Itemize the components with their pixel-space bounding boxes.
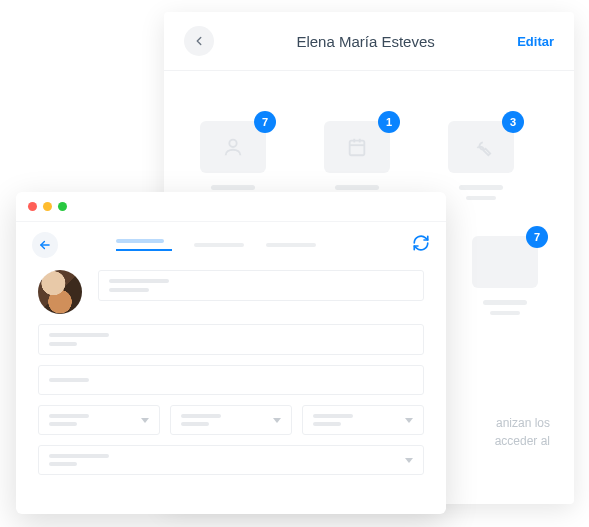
text-input[interactable] [38, 324, 424, 355]
calendar-icon [346, 136, 368, 158]
placeholder-line [459, 185, 503, 190]
hint-line: acceder al [495, 434, 550, 448]
placeholder-line [49, 414, 89, 418]
placeholder-line [211, 185, 255, 190]
tab-bar [116, 239, 394, 251]
folder-box: 7 [472, 236, 538, 288]
placeholder-line [466, 196, 496, 200]
placeholder-line [49, 378, 89, 382]
arrow-left-icon [38, 238, 52, 252]
placeholder-line [313, 414, 353, 418]
folder-item[interactable]: 7 [194, 121, 272, 200]
refresh-icon [412, 234, 430, 252]
placeholder-line [181, 422, 209, 426]
count-badge: 7 [254, 111, 276, 133]
minimize-dot-icon[interactable] [43, 202, 52, 211]
chevron-down-icon [141, 418, 149, 423]
arrow-left-icon [192, 34, 206, 48]
placeholder-line [49, 342, 77, 346]
placeholder-line [109, 288, 149, 292]
folder-box: 1 [324, 121, 390, 173]
placeholder-line [483, 300, 527, 305]
wrench-icon [470, 136, 492, 158]
folder-item[interactable]: 7 [466, 236, 544, 315]
placeholder-line [181, 414, 221, 418]
svg-rect-1 [350, 141, 365, 156]
refresh-button[interactable] [412, 234, 430, 256]
hint-line: anizan los [496, 416, 550, 430]
text-input[interactable] [38, 365, 424, 395]
select-row [38, 405, 424, 435]
edit-button[interactable]: Editar [517, 34, 554, 49]
back-button[interactable] [184, 26, 214, 56]
folder-item[interactable]: 1 [318, 121, 396, 200]
placeholder-line [335, 185, 379, 190]
form-window [16, 192, 446, 514]
folder-box: 3 [448, 121, 514, 173]
select-input[interactable] [302, 405, 424, 435]
text-input[interactable] [98, 270, 424, 301]
folder-grid: 7 1 3 [164, 71, 574, 200]
placeholder-line [116, 239, 164, 243]
placeholder-line [49, 454, 109, 458]
profile-row [38, 270, 424, 314]
placeholder-line [49, 422, 77, 426]
count-badge: 7 [526, 226, 548, 248]
select-input[interactable] [38, 445, 424, 475]
detail-header: Elena María Esteves Editar [164, 12, 574, 71]
folder-box: 7 [200, 121, 266, 173]
contact-name: Elena María Esteves [214, 33, 517, 50]
placeholder-line [490, 311, 520, 315]
chevron-down-icon [273, 418, 281, 423]
select-input[interactable] [38, 405, 160, 435]
placeholder-line [109, 279, 169, 283]
select-input[interactable] [170, 405, 292, 435]
folder-item[interactable]: 3 [442, 121, 520, 200]
tab-active[interactable] [116, 239, 172, 251]
form-body [16, 264, 446, 491]
placeholder-line [49, 462, 77, 466]
chevron-down-icon [405, 418, 413, 423]
placeholder-line [313, 422, 341, 426]
maximize-dot-icon[interactable] [58, 202, 67, 211]
svg-point-0 [229, 140, 236, 147]
back-button[interactable] [32, 232, 58, 258]
placeholder-line [49, 333, 109, 337]
count-badge: 3 [502, 111, 524, 133]
avatar[interactable] [38, 270, 82, 314]
form-toolbar [16, 222, 446, 264]
partial-hint-text: anizan los acceder al [495, 414, 550, 450]
person-icon [222, 136, 244, 158]
tab[interactable] [266, 243, 316, 247]
window-titlebar [16, 192, 446, 222]
close-dot-icon[interactable] [28, 202, 37, 211]
chevron-down-icon [405, 458, 413, 463]
tab[interactable] [194, 243, 244, 247]
count-badge: 1 [378, 111, 400, 133]
